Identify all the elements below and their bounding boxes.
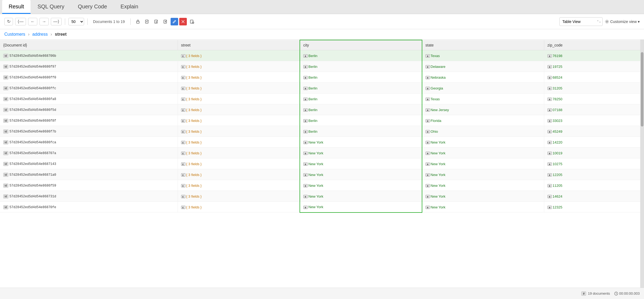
nav-first-button[interactable]: ⟨— — [15, 18, 26, 25]
street-field-icon: ◧ — [181, 87, 185, 90]
tab-query-code[interactable]: Query Code — [71, 0, 114, 14]
breadcrumb-customers[interactable]: Customers — [4, 32, 25, 36]
table-row[interactable]: id57d28452ed5d4d54e8686f59◧{ 3 fields }▣… — [0, 180, 644, 191]
table-row[interactable]: id57d28452ed5d4d54e8686f8f◧{ 3 fields }▣… — [0, 115, 644, 126]
cell-city: ▣New York — [300, 180, 422, 191]
nav-next-button[interactable]: → — [39, 18, 49, 25]
city-field-icon: ▣ — [303, 108, 308, 112]
zip-field-icon: ▣ — [547, 206, 552, 209]
nav-prev-button[interactable]: ← — [28, 18, 37, 25]
table-row[interactable]: id57d28452ed5d4d54e8686ffc◧{ 3 fields }▣… — [0, 83, 644, 94]
cell-zip: ▣12205 — [544, 169, 644, 180]
table-row[interactable]: id57d28452ed5d4d54e868731d◧{ 3 fields }▣… — [0, 191, 644, 202]
cell-id: id57d28452ed5d4d54e8686f59 — [0, 180, 178, 191]
cell-street: ◧{ 3 fields } — [178, 158, 300, 169]
table-row[interactable]: id57d28452ed5d4d54e8686fa8◧{ 3 fields }▣… — [0, 94, 644, 104]
zip-field-icon: ▣ — [547, 184, 552, 187]
table-row[interactable]: id57d28452ed5d4d54e86870fe◧{ 3 fields }▣… — [0, 202, 644, 212]
col-header-zip[interactable]: zip_code — [544, 40, 644, 50]
cell-zip: ▣33023 — [544, 115, 644, 126]
cell-zip: ▣68524 — [544, 72, 644, 83]
city-field-icon: ▣ — [303, 119, 308, 122]
cell-city: ▣Berlin — [300, 83, 422, 94]
cell-zip: ▣31205 — [544, 83, 644, 94]
lock-icon-btn[interactable] — [134, 18, 142, 25]
cell-state: ▣Georgia — [422, 83, 544, 94]
street-field-icon: ◧ — [181, 162, 185, 166]
add-doc-icon-btn[interactable] — [143, 18, 151, 25]
cell-state: ▣Texas — [422, 50, 544, 61]
cell-state: ▣New York — [422, 158, 544, 169]
scroll-thumb[interactable] — [641, 52, 643, 127]
table-header-row: {Document id} street city state zip_code — [0, 40, 644, 50]
cell-street: ◧{ 3 fields } — [178, 61, 300, 72]
street-field-icon: ◧ — [181, 152, 185, 155]
id-badge: id — [3, 108, 8, 112]
cell-street: ◧{ 3 fields } — [178, 191, 300, 202]
tab-sql-query[interactable]: SQL Query — [31, 0, 71, 14]
delete-icon-btn[interactable] — [179, 18, 187, 25]
table-view-select[interactable]: Table View JSON View Tree View — [559, 17, 603, 26]
state-field-icon: ▣ — [426, 98, 430, 101]
tab-explain[interactable]: Explain — [114, 0, 145, 14]
import-icon-btn[interactable] — [161, 18, 170, 25]
table-row[interactable]: id57d28452ed5d4d54e868707a◧{ 3 fields }▣… — [0, 148, 644, 158]
svg-point-12 — [606, 21, 608, 22]
customize-view-button[interactable]: Customize view ▾ — [605, 19, 640, 24]
cell-id: id57d28452ed5d4d54e8687143 — [0, 158, 178, 169]
cell-id: id57d28452ed5d4d54e8686f7b — [0, 126, 178, 137]
breadcrumb: Customers › address › street — [0, 29, 644, 40]
id-badge: id — [3, 65, 8, 69]
table-row[interactable]: id57d28452ed5d4d54e8686f5d◧{ 3 fields }▣… — [0, 104, 644, 115]
zip-field-icon: ▣ — [547, 162, 552, 166]
cell-city: ▣New York — [300, 137, 422, 148]
refresh-button[interactable]: ↻ — [4, 18, 13, 25]
id-badge: id — [3, 86, 8, 90]
nav-last-button[interactable]: —⟩ — [51, 18, 62, 25]
customize-chevron: ▾ — [638, 19, 640, 24]
cell-street: ◧{ 3 fields } — [178, 50, 300, 61]
breadcrumb-address[interactable]: address — [32, 32, 48, 36]
col-header-id[interactable]: {Document id} — [0, 40, 178, 50]
table-row[interactable]: id57d28452ed5d4d54e8686fca◧{ 3 fields }▣… — [0, 137, 644, 148]
state-field-icon: ▣ — [426, 108, 430, 112]
table-row[interactable]: id57d28452ed5d4d54e8686f97◧{ 3 fields }▣… — [0, 61, 644, 72]
tabs-bar: Result SQL Query Query Code Explain — [0, 0, 644, 14]
export-icon-btn[interactable] — [152, 18, 160, 25]
filter-icon-btn[interactable] — [188, 18, 196, 25]
col-header-street[interactable]: street — [178, 40, 300, 50]
clock-icon — [614, 292, 618, 295]
edit-icon-btn[interactable] — [171, 18, 178, 25]
cell-zip: ▣45249 — [544, 126, 644, 137]
cell-city: ▣New York — [300, 202, 422, 212]
zip-field-icon: ▣ — [547, 76, 552, 79]
per-page-select[interactable]: 50 100 200 — [68, 18, 84, 25]
table-row[interactable]: id57d28452ed5d4d54e8686ff0◧{ 3 fields }▣… — [0, 72, 644, 83]
scrollbar[interactable] — [640, 40, 644, 288]
id-badge: id — [3, 184, 8, 188]
cell-street: ◧{ 3 fields } — [178, 83, 300, 94]
col-header-city[interactable]: city — [300, 40, 422, 50]
street-field-icon: ◧ — [181, 195, 185, 198]
street-field-icon: ◧ — [181, 184, 185, 187]
street-field-icon: ◧ — [181, 54, 185, 58]
table-row[interactable]: id57d28452ed5d4d54e86871a0◧{ 3 fields }▣… — [0, 169, 644, 180]
cell-zip: ▣78250 — [544, 94, 644, 104]
id-badge: id — [3, 54, 8, 58]
col-header-state[interactable]: state — [422, 40, 544, 50]
street-field-icon: ◧ — [181, 98, 185, 101]
tab-result[interactable]: Result — [2, 0, 31, 14]
zip-field-icon: ▣ — [547, 98, 552, 101]
table-row[interactable]: id57d28452ed5d4d54e8687143◧{ 3 fields }▣… — [0, 158, 644, 169]
status-bar: # 19 documents 00:00:00.003 — [0, 288, 644, 299]
table-row[interactable]: id57d28452ed5d4d54e8686f7b◧{ 3 fields }▣… — [0, 126, 644, 137]
id-badge: id — [3, 140, 8, 144]
cell-street: ◧{ 3 fields } — [178, 72, 300, 83]
cell-zip: ▣76198 — [544, 50, 644, 61]
table-row[interactable]: id57d28452ed5d4d54e868706b◧{ 3 fields }▣… — [0, 50, 644, 61]
cell-id: id57d28452ed5d4d54e8686fca — [0, 137, 178, 148]
street-field-icon: ◧ — [181, 173, 185, 177]
cell-street: ◧{ 3 fields } — [178, 148, 300, 158]
state-field-icon: ▣ — [426, 173, 430, 177]
cell-zip: ▣12325 — [544, 202, 644, 212]
